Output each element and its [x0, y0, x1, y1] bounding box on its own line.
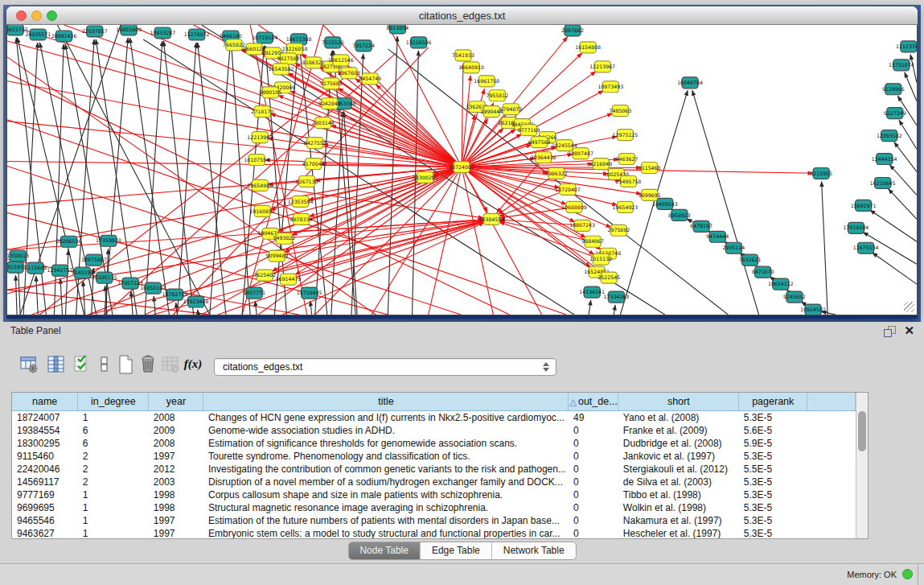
graph-node[interactable]: 20364436 — [531, 152, 556, 163]
graph-node[interactable]: 10688809 — [561, 201, 587, 212]
column-header[interactable]: pagerank — [739, 393, 807, 411]
graph-node[interactable]: 19160852 — [249, 205, 275, 216]
graph-node[interactable]: 8454749 — [359, 73, 381, 84]
table-row[interactable]: 1872400712008Changes of HCN gene express… — [12, 411, 856, 425]
graph-node[interactable]: 7986322 — [545, 168, 568, 179]
graph-node[interactable]: 7625402 — [253, 270, 276, 281]
graph-node[interactable]: 19654923 — [613, 201, 639, 212]
graph-node[interactable]: 12093582 — [877, 130, 902, 142]
graph-node[interactable]: 17334263 — [603, 291, 629, 303]
function-builder-icon[interactable]: f(x) — [182, 357, 204, 380]
graph-node[interactable]: 9175685 — [320, 78, 343, 89]
graph-node[interactable]: 12975125 — [613, 130, 639, 141]
graph-node[interactable]: 4170044 — [302, 159, 325, 170]
graph-node[interactable]: 24035571 — [25, 29, 51, 40]
graph-node[interactable]: 1115688 — [24, 262, 47, 274]
graph-node[interactable]: 9827503 — [277, 53, 300, 64]
table-row[interactable]: 2242004622012Investigating the contribut… — [12, 463, 856, 476]
graph-node[interactable]: 12444154 — [872, 154, 897, 165]
select-all-icon[interactable] — [71, 354, 93, 377]
graph-node[interactable]: 9699695 — [639, 189, 661, 200]
graph-node[interactable]: 2975692 — [607, 225, 630, 236]
graph-node[interactable]: 13218586 — [406, 37, 432, 48]
network-view[interactable]: 1861575524035571208914362203785716055809… — [6, 25, 918, 315]
graph-node[interactable]: 16154808 — [575, 42, 601, 53]
table-row[interactable]: 1830029562008Estimation of significance … — [12, 437, 856, 450]
column-header[interactable]: △out_de... — [569, 393, 618, 411]
graph-node[interactable]: 12213963 — [247, 132, 273, 143]
column-header[interactable] — [807, 393, 856, 411]
table-row[interactable]: 977716911998Corpus callosum shape and si… — [12, 488, 856, 501]
delete-column-icon[interactable] — [137, 354, 159, 377]
graph-node[interactable]: 8471670 — [752, 266, 774, 278]
graph-node[interactable]: 10924502 — [800, 304, 826, 315]
graph-node[interactable]: 7955812 — [486, 90, 508, 101]
graph-node[interactable]: 9777169 — [518, 125, 540, 136]
column-visibility-icon[interactable] — [45, 354, 68, 377]
graph-node[interactable]: 8427552 — [304, 138, 326, 149]
graph-node[interactable]: 16848784 — [677, 77, 703, 89]
graph-node[interactable]: 9463627 — [616, 154, 639, 165]
graph-node[interactable]: 19654985 — [247, 179, 273, 191]
tab-network-table[interactable]: Network Table — [491, 542, 576, 559]
column-header[interactable]: name — [12, 393, 78, 411]
graph-node[interactable]: 15692971 — [851, 200, 877, 211]
graph-node[interactable]: 10653287 — [150, 27, 176, 39]
graph-node[interactable]: 12213967 — [589, 61, 615, 72]
graph-node[interactable]: 9227349 — [884, 108, 906, 119]
graph-node[interactable]: 9884067 — [581, 236, 604, 247]
graph-node[interactable]: 11675534 — [853, 242, 879, 253]
float-panel-icon[interactable] — [884, 326, 895, 336]
graph-node[interactable]: 22037857 — [82, 26, 108, 37]
graph-node[interactable]: 9129966 — [882, 84, 905, 95]
graph-node[interactable]: 8215955 — [810, 168, 832, 179]
graph-node[interactable]: 2967608 — [338, 68, 360, 79]
network-window-titlebar[interactable]: citations_edges.txt — [6, 6, 918, 25]
graph-node[interactable]: 15751074 — [889, 60, 914, 71]
table-source-select[interactable]: citations_edges.txt — [214, 358, 556, 376]
graph-node[interactable]: 16210645 — [870, 177, 896, 188]
graph-node[interactable]: 6479197 — [690, 220, 713, 232]
resize-grip-icon[interactable] — [904, 302, 914, 312]
graph-node[interactable]: 9474444 — [706, 231, 729, 242]
graph-node[interactable]: 10973493 — [598, 81, 623, 93]
graph-node[interactable]: 15716485 — [297, 287, 322, 299]
graph-node[interactable]: 9099489 — [265, 250, 288, 262]
graph-node[interactable]: 6497568 — [528, 137, 551, 148]
column-header[interactable]: in_degree — [78, 393, 149, 411]
table-row[interactable]: 911546021997Tourette syndrome. Phenomeno… — [12, 450, 856, 463]
tab-edge-table[interactable]: Edge Table — [420, 542, 491, 559]
graph-node[interactable]: 9857771 — [243, 287, 265, 299]
graph-node[interactable]: 14136141 — [579, 286, 605, 298]
table-row[interactable]: 946362711997Embryonic stem cells: a mode… — [12, 527, 856, 538]
table-settings-icon[interactable] — [18, 354, 40, 377]
graph-node[interactable]: 1350613 — [7, 250, 29, 262]
table-row[interactable]: 1456911722003Disruption of a novel membe… — [12, 476, 856, 488]
graph-node[interactable]: 7541933 — [452, 50, 474, 61]
column-header[interactable]: short — [618, 393, 739, 411]
graph-node[interactable]: 2522545 — [598, 272, 620, 283]
graph-node[interactable]: 9890105 — [259, 87, 281, 98]
graph-node[interactable]: 16914479 — [276, 274, 302, 285]
graph-node[interactable]: 17016504 — [844, 222, 869, 233]
tab-node-table[interactable]: Node Table — [348, 542, 420, 559]
close-panel-icon[interactable]: ✕ — [904, 323, 914, 338]
graph-node[interactable]: 6216049 — [589, 159, 612, 170]
graph-node[interactable]: 11123744 — [896, 41, 917, 52]
graph-node[interactable]: 1145191 — [72, 267, 94, 278]
column-header[interactable]: title — [203, 393, 569, 411]
graph-node[interactable]: 12342757 — [47, 265, 73, 276]
graph-node[interactable]: 7665822 — [223, 39, 245, 51]
graph-node[interactable]: 2887682 — [561, 25, 584, 36]
table-scrollbar[interactable] — [856, 393, 868, 538]
table-scrollbar-thumb[interactable] — [858, 411, 866, 451]
graph-node[interactable]: 2803144 — [312, 117, 335, 129]
graph-node[interactable]: 1015132 — [589, 253, 612, 265]
graph-node[interactable]: 18640910 — [458, 62, 484, 73]
graph-node[interactable]: 9242848 — [318, 98, 341, 109]
graph-node[interactable]: 8878334 — [290, 213, 313, 225]
clear-selection-icon[interactable] — [93, 354, 116, 377]
graph-node[interactable]: 12505135 — [92, 272, 117, 283]
graph-node[interactable]: 9115460 — [639, 163, 661, 174]
graph-node[interactable]: 7485063 — [610, 105, 632, 117]
